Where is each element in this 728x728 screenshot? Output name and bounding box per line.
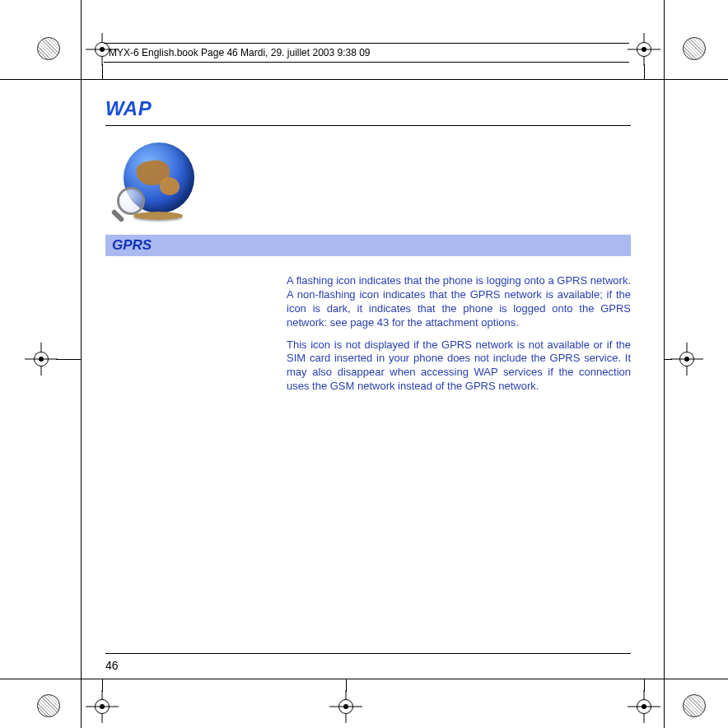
connector-line	[346, 679, 347, 692]
registration-cross-icon	[329, 690, 362, 723]
connector-line	[664, 359, 672, 360]
frame-line-left	[81, 0, 82, 728]
body-text: A flashing icon indicates that the phone…	[287, 274, 631, 394]
registration-cross-icon	[628, 33, 660, 66]
paragraph: This icon is not displayed if the GPRS n…	[287, 338, 631, 394]
connector-line	[644, 679, 645, 692]
frame-line-top	[0, 79, 728, 80]
header-meta-box: MYX-6 English.book Page 46 Mardi, 29. ju…	[104, 43, 629, 63]
page-content: WAP GPRS A flashing icon indicates that …	[105, 97, 631, 402]
registration-cross-icon	[670, 343, 703, 376]
registration-cross-icon	[86, 690, 119, 723]
connector-line	[56, 359, 81, 360]
connector-line	[102, 64, 103, 79]
registration-corner-icon	[682, 693, 707, 718]
frame-line-right	[664, 0, 665, 728]
connector-line	[644, 64, 645, 79]
footer-rule	[105, 653, 631, 654]
title-rule	[105, 125, 631, 126]
globe-magnifier-icon	[109, 136, 208, 226]
header-meta-text: MYX-6 English.book Page 46 Mardi, 29. ju…	[109, 47, 371, 58]
page-number: 46	[105, 659, 119, 672]
section-heading: GPRS	[105, 235, 631, 256]
registration-corner-icon	[682, 36, 707, 61]
registration-corner-icon	[36, 693, 61, 718]
registration-cross-icon	[25, 343, 58, 376]
registration-corner-icon	[36, 36, 61, 61]
frame-line-bottom	[0, 679, 728, 679]
connector-line	[102, 679, 103, 692]
paragraph: A flashing icon indicates that the phone…	[287, 274, 631, 330]
registration-cross-icon	[628, 690, 660, 723]
page-title: WAP	[105, 97, 631, 124]
